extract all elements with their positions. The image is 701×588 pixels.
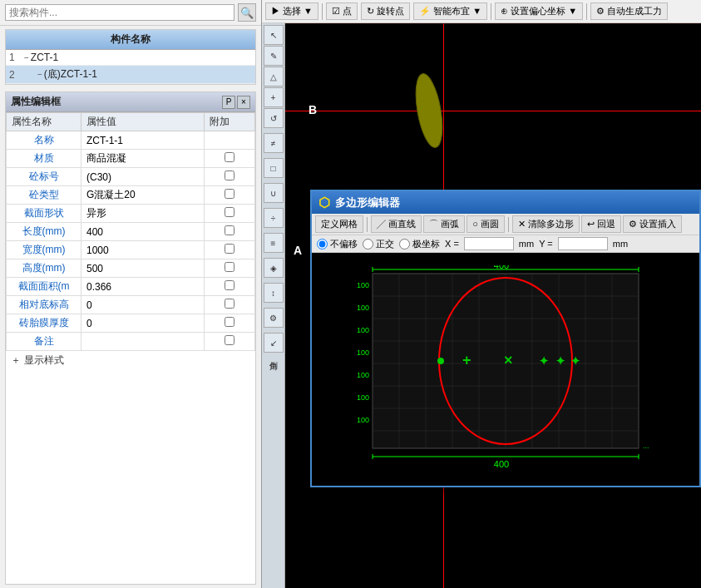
ltool-corner[interactable]: ↙	[264, 333, 284, 353]
tree-item-2[interactable]: 2 − (底)ZCT-1-1	[6, 66, 255, 84]
ltool-extend-label[interactable]: 延伸	[268, 129, 279, 132]
prop-name-cell: 截面形状	[7, 205, 81, 223]
prop-checkbox[interactable]	[225, 244, 234, 254]
toolbar-auto-button[interactable]: ⚙ 自动生成工力	[590, 2, 668, 20]
poly-grid[interactable]: 400 400 100 100 100 100 100 100 100	[312, 253, 699, 486]
coord-orthogonal[interactable]: 正交	[363, 238, 394, 250]
ltool-align-label[interactable]: 对齐	[268, 254, 279, 257]
x-input[interactable]	[464, 237, 514, 250]
search-bar: 🔍	[0, 0, 261, 26]
props-pin-button[interactable]: P	[222, 96, 235, 109]
toolbar-select-button[interactable]: ▶ 选择 ▼	[265, 2, 318, 20]
prop-checkbox[interactable]	[225, 225, 234, 235]
props-close-button[interactable]: ×	[237, 96, 250, 109]
show-style-toggle[interactable]: ＋ 显示样式	[6, 351, 255, 370]
ltool-merge[interactable]: ∪	[264, 183, 284, 203]
draw-line-button[interactable]: ╱ 画直线	[371, 215, 422, 233]
toolbar-sep-2	[491, 3, 491, 20]
left-toolbar: ↖ ✎ △ + ↺ 延伸 ≠ 修改 □ 打断 ∪ 合并 ÷ 分割 ≡ 对齐 ◈ …	[262, 23, 285, 588]
prop-value-cell[interactable]: (C30)	[81, 168, 205, 186]
svg-text:100: 100	[357, 304, 369, 312]
ltool-split-label[interactable]: 分割	[268, 229, 279, 232]
prop-value-cell[interactable]: 400	[81, 223, 205, 241]
prop-checkbox-cell	[205, 314, 255, 333]
ltool-split[interactable]: ÷	[264, 208, 284, 228]
coord-polar[interactable]: 极坐标	[399, 238, 440, 250]
ltool-set[interactable]: ⚙	[264, 308, 284, 328]
prop-name-cell: 名称	[7, 131, 81, 150]
top-toolbar: ▶ 选择 ▼ ☑ 点 ↻ 旋转点 ⚡ 智能布宜 ▼ ⊕ 设置偏心坐标 ▼ ⚙ 自…	[262, 0, 701, 23]
prop-checkbox[interactable]	[225, 152, 234, 162]
y-input[interactable]	[558, 237, 608, 250]
prop-value-cell[interactable]: 0.366	[81, 278, 205, 296]
ltool-print-label[interactable]: 打断	[268, 179, 279, 182]
cad-drawing[interactable]: B A ⬡ 多边形编辑器 定义网格 ╱ 画直线 ⌒ 画弧 ○ 画圆	[285, 23, 701, 588]
toolbar-smart-button[interactable]: ⚡ 智能布宜 ▼	[413, 2, 487, 20]
tree-expand-icon-2: −	[37, 70, 42, 79]
component-tree: 构件名称 1 − ZCT-1 2 − (底)ZCT-1-1	[5, 29, 256, 85]
ltool-offset-label[interactable]: 偏移	[268, 279, 279, 282]
right-panel: ▶ 选择 ▼ ☑ 点 ↻ 旋转点 ⚡ 智能布宜 ▼ ⊕ 设置偏心坐标 ▼ ⚙ 自…	[262, 0, 701, 588]
search-button[interactable]: 🔍	[238, 3, 256, 22]
svg-text:400: 400	[494, 459, 509, 469]
svg-text:100: 100	[357, 281, 369, 289]
props-controls: P ×	[222, 96, 250, 109]
ltool-corner-label[interactable]: 倒角	[268, 353, 279, 357]
prop-value-cell[interactable]	[81, 333, 205, 351]
svg-text:✦: ✦	[570, 354, 580, 368]
prop-checkbox[interactable]	[225, 189, 234, 199]
ltool-offset[interactable]: ◈	[264, 258, 284, 278]
table-row: 砖胎膜厚度0	[7, 314, 255, 333]
prop-checkbox-cell	[205, 333, 255, 351]
search-input[interactable]	[5, 4, 234, 21]
svg-text:+: +	[462, 352, 471, 368]
toolbar-rotate-button[interactable]: ↻ 旋转点	[361, 2, 410, 20]
prop-value-cell[interactable]: 1000	[81, 241, 205, 259]
prop-checkbox[interactable]	[225, 207, 234, 217]
draw-arc-button[interactable]: ⌒ 画弧	[423, 215, 465, 233]
prop-value-cell[interactable]: G混凝土20	[81, 186, 205, 205]
prop-value-cell[interactable]: 0	[81, 296, 205, 314]
ltool-set-label[interactable]: 设置来点	[268, 329, 279, 332]
prop-checkbox[interactable]	[225, 299, 234, 309]
ltool-tri[interactable]: △	[264, 67, 284, 86]
ltool-add[interactable]: +	[264, 87, 284, 107]
ltool-break[interactable]: □	[264, 158, 284, 178]
ltool-draw[interactable]: ✎	[264, 46, 284, 66]
ltool-stretch[interactable]: ↕	[264, 283, 284, 303]
ltool-align[interactable]: ≡	[264, 233, 284, 253]
prop-name-cell: 长度(mm)	[7, 223, 81, 241]
draw-circle-button[interactable]: ○ 画圆	[467, 215, 505, 233]
ltool-stretch-label[interactable]: 拉伸	[268, 304, 279, 307]
undo-button[interactable]: ↩ 回退	[581, 215, 621, 233]
svg-text:100: 100	[357, 393, 369, 402]
cad-canvas: ↖ ✎ △ + ↺ 延伸 ≠ 修改 □ 打断 ∪ 合并 ÷ 分割 ≡ 对齐 ◈ …	[262, 23, 701, 588]
table-row: 备注	[7, 333, 255, 351]
crosshair-horizontal	[285, 111, 701, 111]
toolbar-point-button[interactable]: ☑ 点	[326, 2, 358, 20]
toolbar-coord-button[interactable]: ⊕ 设置偏心坐标 ▼	[495, 2, 583, 20]
clear-polygon-button[interactable]: ✕ 清除多边形	[512, 215, 580, 233]
prop-value-cell[interactable]: ZCT-1-1	[81, 131, 205, 150]
define-grid-button[interactable]: 定义网格	[315, 215, 363, 233]
props-title: 属性编辑框	[11, 95, 61, 109]
prop-name-cell: 砼标号	[7, 168, 81, 186]
prop-checkbox[interactable]	[225, 317, 234, 327]
tree-item-1[interactable]: 1 − ZCT-1	[6, 50, 255, 66]
ltool-non[interactable]: ≠	[264, 133, 284, 153]
prop-value-cell[interactable]: 商品混凝	[81, 150, 205, 168]
coord-no-offset[interactable]: 不偏移	[317, 238, 358, 250]
prop-checkbox[interactable]	[225, 170, 234, 180]
ltool-select[interactable]: ↖	[264, 25, 284, 45]
prop-checkbox[interactable]	[225, 280, 234, 290]
ltool-merge-label[interactable]: 合并	[268, 204, 279, 207]
set-insert-button[interactable]: ⚙ 设置插入	[623, 215, 682, 233]
prop-checkbox[interactable]	[225, 262, 234, 272]
table-row: 高度(mm)500	[7, 259, 255, 278]
ltool-rotate[interactable]: ↺	[264, 108, 284, 128]
prop-value-cell[interactable]: 0	[81, 314, 205, 333]
prop-value-cell[interactable]: 异形	[81, 205, 205, 223]
prop-checkbox[interactable]	[225, 335, 234, 345]
ltool-modify-label[interactable]: 修改	[268, 154, 279, 157]
prop-value-cell[interactable]: 500	[81, 259, 205, 278]
